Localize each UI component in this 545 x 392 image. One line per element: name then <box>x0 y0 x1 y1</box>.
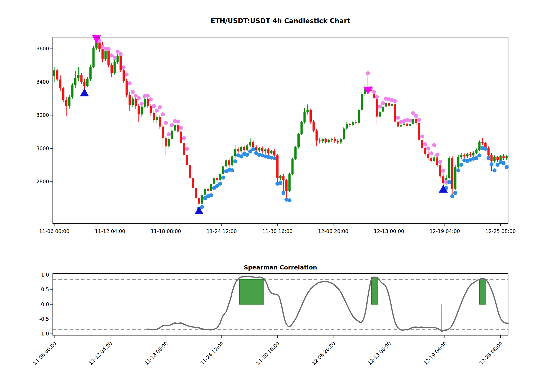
sell-dot <box>131 90 135 94</box>
bullish-candle-body <box>412 119 414 124</box>
corr-time-axis-tick-label: 12-19 04:00 <box>422 341 448 366</box>
bearish-candle-body <box>316 131 318 141</box>
bearish-candle-body <box>162 127 164 138</box>
bullish-candle-body <box>171 131 173 139</box>
bullish-candle-body <box>457 157 459 167</box>
bullish-candle-body <box>475 150 477 153</box>
time-axis-tick-label: 12-06 20:00 <box>318 228 348 234</box>
buy-dot <box>239 154 243 159</box>
bullish-candle-body <box>201 195 203 204</box>
sell-dot <box>423 142 427 146</box>
figure-svg: 11-06 00:0011-12 04:0011-18 08:0011-24 1… <box>0 0 545 392</box>
bullish-candle-body <box>249 142 251 146</box>
bullish-candle-body <box>264 149 266 151</box>
sell-dot <box>432 143 436 147</box>
bearish-candle-body <box>310 110 312 122</box>
buy-dot <box>221 176 225 180</box>
bullish-candle-body <box>500 156 502 160</box>
bearish-candle-body <box>325 139 327 142</box>
bullish-candle-body <box>222 166 224 174</box>
time-axis-tick-label: 11-18 08:00 <box>151 228 181 234</box>
bullish-candle-body <box>74 78 76 86</box>
corr-time-axis-tick-label: 12-13 00:00 <box>367 341 392 366</box>
corr-time-axis-tick-label: 11-12 04:00 <box>88 341 113 366</box>
bullish-candle-body <box>141 107 143 115</box>
sell-dot <box>179 126 183 130</box>
sell-dot <box>118 52 123 56</box>
bearish-candle-body <box>282 176 285 180</box>
bearish-candle-body <box>56 70 58 80</box>
bearish-candle-body <box>183 143 185 155</box>
corr-time-axis-tick-label: 11-24 12:00 <box>199 341 225 366</box>
sell-dot <box>164 121 168 125</box>
buy-dot <box>218 182 222 186</box>
bearish-candle-body <box>388 103 390 106</box>
sell-dot <box>113 56 117 60</box>
bearish-candle-body <box>261 148 263 151</box>
bullish-candle-body <box>352 122 354 125</box>
buy-dot <box>456 168 460 172</box>
price-axis-tick-label: 3400 <box>37 79 49 85</box>
correlation-axis-tick-label: -0.5 <box>39 316 49 322</box>
bullish-candle-body <box>213 178 215 184</box>
bearish-candle-body <box>313 122 315 131</box>
sell-dot <box>137 96 141 100</box>
bearish-candle-body <box>394 104 396 122</box>
buy-dot <box>233 159 237 164</box>
bearish-candle-body <box>496 157 499 160</box>
sell-dot <box>396 116 400 120</box>
bearish-candle-body <box>123 70 125 81</box>
time-axis-tick-label: 11-24 12:00 <box>206 228 237 234</box>
bullish-candle-body <box>168 139 170 147</box>
bullish-candle-body <box>382 107 384 112</box>
bullish-candle-body <box>328 140 330 142</box>
bullish-candle-body <box>466 154 468 156</box>
bearish-candle-body <box>150 106 152 113</box>
bearish-candle-body <box>189 165 191 178</box>
bearish-candle-body <box>165 138 167 147</box>
bearish-candle-body <box>406 123 408 126</box>
sell-dot <box>375 95 379 99</box>
bullish-candle-body <box>297 134 300 147</box>
correlation-axis-tick-label: 1.0 <box>41 272 49 278</box>
buy-dot <box>200 205 204 209</box>
bearish-candle-body <box>65 100 68 106</box>
bullish-candle-body <box>493 157 495 161</box>
bullish-candle-body <box>358 110 360 123</box>
time-axis-tick-label: 12-13 00:00 <box>374 228 404 234</box>
correlation-axis-tick-label: -1.0 <box>39 331 49 337</box>
sell-dot <box>122 65 126 69</box>
correlation-axis-tick-label: 0.0 <box>41 302 49 307</box>
bearish-candle-body <box>421 140 423 148</box>
buy-dot <box>483 147 488 151</box>
sell-dot <box>441 169 445 173</box>
bullish-candle-body <box>433 157 435 161</box>
sell-dot <box>185 147 189 151</box>
bearish-candle-body <box>490 155 492 161</box>
correlation-bar <box>240 279 264 305</box>
sell-dot <box>161 112 165 116</box>
figure: ETH/USDT:USDT 4h Candlestick Chart Spear… <box>0 0 545 392</box>
bearish-candle-body <box>285 180 288 191</box>
sell-dot <box>167 132 171 136</box>
bearish-candle-body <box>334 139 336 141</box>
bearish-candle-body <box>252 142 254 147</box>
sell-dot <box>146 94 150 98</box>
bullish-candle-body <box>53 70 55 76</box>
sell-dot <box>155 109 159 113</box>
bearish-candle-body <box>119 56 122 71</box>
bearish-candle-body <box>451 158 453 189</box>
bearish-candle-body <box>439 165 441 176</box>
bullish-candle-body <box>301 122 303 134</box>
price-axis-tick-label: 2800 <box>37 179 49 184</box>
bullish-candle-body <box>506 156 508 158</box>
price-axis-tick-label: 3000 <box>37 146 49 151</box>
bearish-candle-body <box>436 157 438 165</box>
bullish-candle-body <box>460 155 462 157</box>
bearish-candle-body <box>129 95 131 105</box>
bullish-candle-body <box>234 149 236 156</box>
bearish-candle-body <box>349 124 351 125</box>
bearish-candle-body <box>255 147 257 150</box>
buy-dot <box>279 181 283 185</box>
bearish-candle-body <box>376 98 378 116</box>
